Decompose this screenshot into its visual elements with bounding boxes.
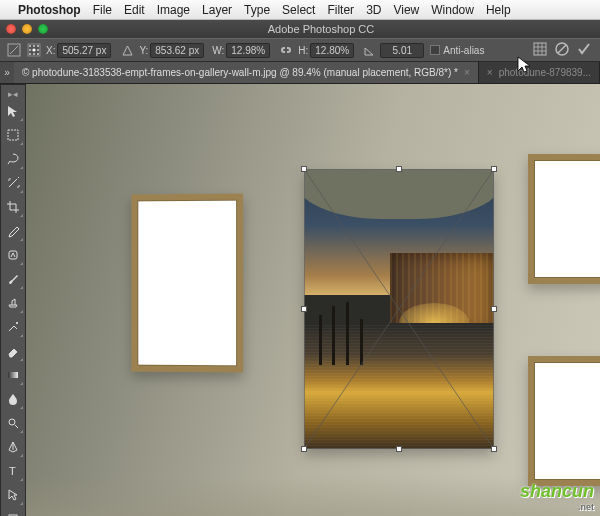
path-select-tool[interactable] <box>2 484 24 506</box>
pen-tool[interactable] <box>2 436 24 458</box>
history-brush-tool[interactable] <box>2 316 24 338</box>
brush-tool[interactable] <box>2 268 24 290</box>
x-label: X: <box>46 45 55 56</box>
h-label: H: <box>298 45 308 56</box>
svg-rect-12 <box>534 43 546 55</box>
tab-close-icon[interactable]: × <box>487 67 493 78</box>
w-label: W: <box>212 45 224 56</box>
gallery-frame-right-bottom <box>528 356 600 486</box>
tab-title: photodune-879839... <box>499 67 591 78</box>
move-tool[interactable] <box>2 100 24 122</box>
x-value-field[interactable]: 505.27 px <box>57 43 111 58</box>
angle-group: 5.01 <box>380 43 424 58</box>
eyedropper-tool[interactable] <box>2 220 24 242</box>
svg-point-19 <box>9 419 15 425</box>
magic-wand-tool[interactable] <box>2 172 24 194</box>
menu-layer[interactable]: Layer <box>202 3 232 17</box>
rectangle-tool[interactable] <box>2 508 24 516</box>
document-canvas[interactable]: shancun .net <box>26 84 600 516</box>
antialias-option[interactable]: Anti-alias <box>430 45 484 56</box>
angle-value-field[interactable]: 5.01 <box>380 43 424 58</box>
tabs-overflow-left[interactable]: » <box>0 62 14 83</box>
tab-close-icon[interactable]: × <box>464 67 470 78</box>
svg-line-14 <box>558 45 566 53</box>
menu-filter[interactable]: Filter <box>327 3 354 17</box>
clone-stamp-tool[interactable] <box>2 292 24 314</box>
crop-tool[interactable] <box>2 196 24 218</box>
menu-window[interactable]: Window <box>431 3 474 17</box>
gradient-tool[interactable] <box>2 364 24 386</box>
cancel-transform-icon[interactable] <box>554 41 570 59</box>
reference-point-icon[interactable] <box>24 41 44 59</box>
menu-help[interactable]: Help <box>486 3 511 17</box>
svg-point-8 <box>37 49 39 51</box>
menu-view[interactable]: View <box>393 3 419 17</box>
svg-point-4 <box>33 45 35 47</box>
marquee-tool[interactable] <box>2 124 24 146</box>
window-controls <box>6 24 48 34</box>
svg-point-7 <box>32 48 35 51</box>
menu-image[interactable]: Image <box>157 3 190 17</box>
menu-edit[interactable]: Edit <box>124 3 145 17</box>
y-label: Y: <box>139 45 148 56</box>
transform-y-group: Y: 853.62 px <box>137 43 204 58</box>
tools-grip[interactable]: ▸◂ <box>1 89 25 99</box>
menu-type[interactable]: Type <box>244 3 270 17</box>
document-tab-active[interactable]: © photodune-3183538-empt-frames-on-galle… <box>14 62 479 83</box>
window-zoom-button[interactable] <box>38 24 48 34</box>
options-bar: X: 505.27 px Y: 853.62 px W: 12.98% H: 1… <box>0 38 600 62</box>
placed-image[interactable] <box>304 169 494 449</box>
svg-point-11 <box>37 53 39 55</box>
window-titlebar: Adobe Photoshop CC <box>0 20 600 38</box>
menu-select[interactable]: Select <box>282 3 315 17</box>
window-minimize-button[interactable] <box>22 24 32 34</box>
commit-transform-icon[interactable] <box>576 41 592 59</box>
y-value-field[interactable]: 853.62 px <box>150 43 204 58</box>
svg-point-5 <box>37 45 39 47</box>
tools-panel: ▸◂ T <box>0 84 26 516</box>
eraser-tool[interactable] <box>2 340 24 362</box>
gallery-frame-left <box>131 194 243 373</box>
svg-rect-15 <box>8 130 18 140</box>
menu-3d[interactable]: 3D <box>366 3 381 17</box>
h-value-field[interactable]: 12.80% <box>310 43 354 58</box>
svg-point-10 <box>33 53 35 55</box>
menu-file[interactable]: File <box>93 3 112 17</box>
tool-preset-icon[interactable] <box>4 41 24 59</box>
window-title: Adobe Photoshop CC <box>48 23 594 35</box>
svg-point-6 <box>29 49 31 51</box>
delta-icon[interactable] <box>117 41 137 59</box>
floor-shadow <box>26 476 600 516</box>
healing-brush-tool[interactable] <box>2 244 24 266</box>
window-close-button[interactable] <box>6 24 16 34</box>
transform-x-group: X: 505.27 px <box>44 43 111 58</box>
transform-h-group: H: 12.80% <box>296 43 354 58</box>
document-tabs: » © photodune-3183538-empt-frames-on-gal… <box>0 62 600 84</box>
type-tool[interactable]: T <box>2 460 24 482</box>
menubar-app[interactable]: Photoshop <box>18 3 81 17</box>
svg-point-9 <box>29 53 31 55</box>
svg-text:T: T <box>9 465 16 477</box>
lasso-tool[interactable] <box>2 148 24 170</box>
blur-tool[interactable] <box>2 388 24 410</box>
antialias-checkbox[interactable] <box>430 45 440 55</box>
dodge-tool[interactable] <box>2 412 24 434</box>
w-value-field[interactable]: 12.98% <box>226 43 270 58</box>
antialias-label: Anti-alias <box>443 45 484 56</box>
warp-mode-icon[interactable] <box>532 41 548 59</box>
svg-rect-18 <box>8 372 18 378</box>
gallery-frame-right-top <box>528 154 600 284</box>
svg-point-17 <box>16 322 18 324</box>
mac-menubar[interactable]: Photoshop File Edit Image Layer Type Sel… <box>0 0 600 20</box>
document-tab-inactive[interactable]: × photodune-879839... <box>479 62 600 83</box>
tab-title: © photodune-3183538-empt-frames-on-galle… <box>22 67 458 78</box>
rotate-angle-icon[interactable] <box>360 41 380 59</box>
svg-line-1 <box>10 46 18 54</box>
aspect-link-icon[interactable] <box>276 41 296 59</box>
svg-point-3 <box>29 45 31 47</box>
transform-w-group: W: 12.98% <box>210 43 270 58</box>
watermark: shancun .net <box>520 481 594 512</box>
